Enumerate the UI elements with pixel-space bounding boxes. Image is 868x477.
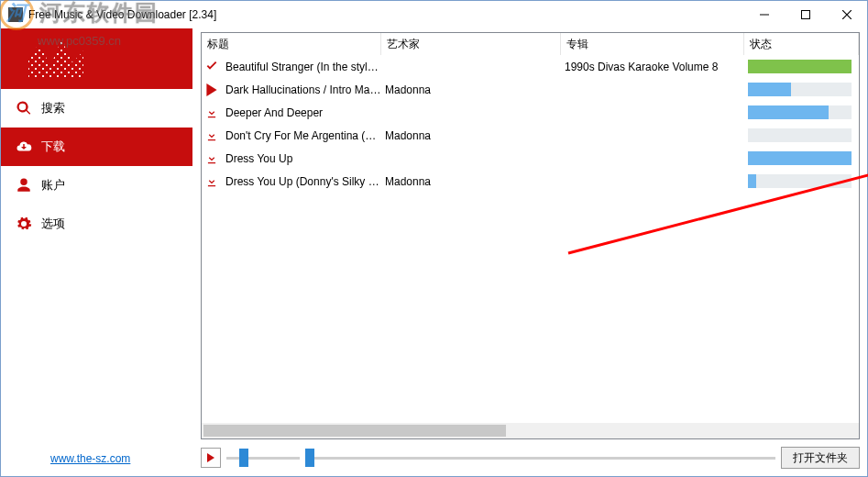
cell-state (744, 83, 859, 96)
user-icon (14, 177, 34, 194)
header-state[interactable]: 状态 (744, 33, 859, 55)
table-row[interactable]: Beautiful Stranger (In the style of ...1… (202, 55, 859, 78)
check-icon (202, 60, 222, 74)
svg-rect-1 (801, 10, 809, 18)
app-window: 河 河东软件园 www.pc0359.cn Free Music & Video… (0, 0, 868, 477)
cell-state (744, 151, 859, 165)
download-icon (202, 129, 222, 142)
app-icon (8, 7, 23, 22)
table-row[interactable]: Dress You Up (Donny's Silky Sm...Madonna (202, 170, 859, 193)
download-icon (202, 175, 222, 188)
sidebar-item-search[interactable]: 搜索 (1, 89, 192, 128)
progress-bar (748, 174, 852, 188)
cell-title: Deeper And Deeper (222, 106, 381, 119)
list-header: 标题 艺术家 专辑 状态 (202, 33, 859, 55)
brand-banner (1, 28, 192, 89)
cell-album: 1990s Divas Karaoke Volume 8 (561, 61, 744, 73)
table-row[interactable]: Dress You Up (202, 147, 859, 170)
progress-bar (748, 105, 852, 119)
close-button[interactable] (826, 1, 867, 28)
gear-icon (14, 216, 34, 232)
maximize-button[interactable] (785, 1, 826, 28)
cloud-download-icon (14, 139, 34, 155)
table-row[interactable]: Dark Hallucinations / Intro Mado...Madon… (202, 78, 859, 101)
cell-artist: Madonna (381, 83, 561, 96)
download-list: 标题 艺术家 专辑 状态 Beautiful Stranger (In the … (201, 32, 860, 439)
sidebar-item-label: 账户 (41, 177, 65, 194)
download-icon (202, 106, 222, 119)
cell-title: Dress You Up (222, 152, 381, 165)
search-icon (14, 100, 34, 116)
volume-thumb[interactable] (239, 449, 248, 467)
cell-title: Beautiful Stranger (In the style of ... (222, 61, 381, 73)
sidebar-item-options[interactable]: 选项 (1, 205, 192, 243)
sidebar-item-download[interactable]: 下载 (1, 128, 192, 166)
brand-waveform-icon (28, 39, 83, 78)
sidebar-item-label: 选项 (41, 216, 65, 232)
play-button[interactable] (201, 448, 221, 468)
cell-state (744, 105, 859, 119)
progress-bar (748, 151, 852, 165)
cell-state (744, 174, 859, 188)
table-row[interactable]: Deeper And Deeper (202, 101, 859, 124)
cell-artist: Madonna (381, 175, 561, 188)
cell-title: Dark Hallucinations / Intro Mado... (222, 83, 381, 96)
volume-slider[interactable] (226, 448, 300, 468)
minimize-button[interactable] (743, 1, 785, 28)
progress-bar (748, 60, 852, 73)
website-link[interactable]: www.the-sz.com (50, 452, 130, 465)
progress-bar (748, 83, 852, 96)
svg-rect-0 (760, 14, 769, 15)
cell-state (744, 60, 859, 73)
sidebar-item-label: 搜索 (41, 100, 65, 116)
progress-bar (748, 128, 852, 142)
cell-title: Don't Cry For Me Argentina (The ... (222, 129, 381, 142)
sidebar-item-account[interactable]: 账户 (1, 166, 192, 205)
cell-state (744, 128, 859, 142)
header-album[interactable]: 专辑 (561, 33, 744, 55)
header-artist[interactable]: 艺术家 (381, 33, 561, 55)
scrollbar-thumb[interactable] (203, 425, 506, 437)
download-icon (202, 152, 222, 165)
sidebar: 搜索 下载 账户 选项 www.the-s (1, 28, 193, 476)
title-bar[interactable]: Free Music & Video Downloader [2.34] (1, 1, 867, 28)
table-row[interactable]: Don't Cry For Me Argentina (The ...Madon… (202, 124, 859, 147)
open-folder-button[interactable]: 打开文件夹 (781, 447, 860, 469)
content-pane: 标题 艺术家 专辑 状态 Beautiful Stranger (In the … (193, 28, 867, 476)
sidebar-item-label: 下载 (41, 139, 65, 155)
cell-artist: Madonna (381, 129, 561, 142)
seek-slider[interactable] (305, 448, 775, 468)
header-title[interactable]: 标题 (202, 33, 381, 55)
player-bar: 打开文件夹 (201, 445, 860, 471)
sidebar-footer: www.the-sz.com (50, 452, 130, 465)
window-title: Free Music & Video Downloader [2.34] (28, 8, 216, 21)
play-icon (202, 83, 222, 96)
horizontal-scrollbar[interactable] (202, 423, 859, 438)
list-rows: Beautiful Stranger (In the style of ...1… (202, 55, 859, 423)
seek-thumb[interactable] (305, 449, 314, 467)
cell-title: Dress You Up (Donny's Silky Sm... (222, 175, 381, 188)
